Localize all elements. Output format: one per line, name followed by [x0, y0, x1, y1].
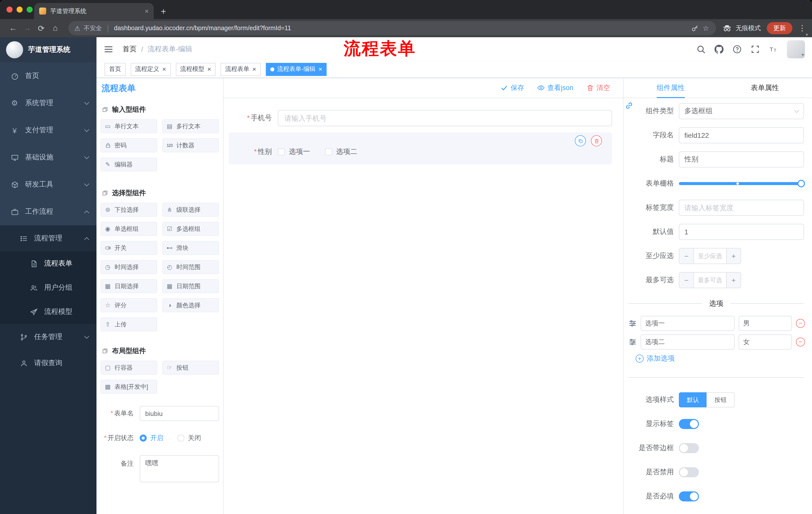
stepper-decrease-button[interactable]: −	[679, 248, 694, 264]
sidebar-item-process-form[interactable]: 流程表单	[0, 251, 96, 276]
component-chip-upload[interactable]: ⇧上传	[100, 317, 157, 331]
component-chip-radio-group[interactable]: ◉单选框组	[100, 222, 157, 236]
tag-close-icon[interactable]: ×	[252, 65, 256, 73]
component-chip-editor[interactable]: ✎编辑器	[100, 157, 157, 171]
sidebar-item-system[interactable]: ⚙ 系统管理	[0, 89, 96, 117]
border-toggle[interactable]	[679, 443, 699, 453]
sidebar-item-task-mgmt[interactable]: 任务管理	[0, 324, 96, 350]
component-chip-password[interactable]: 密码	[100, 138, 157, 153]
update-button[interactable]: 更新	[767, 22, 792, 34]
slider-handle[interactable]	[798, 180, 805, 187]
tag-close-icon[interactable]: ×	[162, 65, 166, 73]
component-chip-multiline[interactable]: ▤多行文本	[162, 119, 219, 133]
search-icon[interactable]	[696, 45, 705, 54]
sidebar-logo[interactable]: 芋道管理系统	[0, 37, 96, 62]
form-name-input[interactable]	[140, 406, 219, 421]
component-chip-button[interactable]: ☞按钮	[162, 360, 219, 375]
component-chip-table[interactable]: ▩表格[开发中]	[100, 380, 157, 394]
reload-button[interactable]: ⟳	[34, 23, 48, 33]
field-phone[interactable]: *手机号	[229, 110, 612, 126]
fullscreen-icon[interactable]	[751, 45, 760, 54]
component-chip-time-range[interactable]: ◴时间范围	[162, 260, 219, 274]
component-chip-row-container[interactable]: ▢行容器	[100, 360, 157, 375]
component-chip-checkbox-group[interactable]: ☑多选框组	[162, 222, 219, 236]
avatar[interactable]: ▾	[787, 40, 805, 58]
browser-menu-icon[interactable]: ⋮	[799, 24, 806, 33]
tab-close-icon[interactable]: ×	[145, 7, 149, 15]
disabled-toggle[interactable]	[679, 467, 699, 477]
forward-button[interactable]: →	[20, 24, 34, 33]
default-value-input[interactable]	[679, 224, 804, 240]
breadcrumb-home[interactable]: 首页	[123, 45, 137, 54]
help-icon[interactable]	[733, 45, 742, 54]
phone-input[interactable]	[278, 110, 612, 126]
tag-process-form[interactable]: 流程表单 ×	[221, 63, 261, 76]
sidebar-item-infra[interactable]: 基础设施	[0, 144, 96, 171]
font-size-icon[interactable]	[769, 45, 778, 54]
radio-open[interactable]: 开启	[140, 434, 163, 442]
minimize-window-button[interactable]	[17, 6, 23, 12]
add-option-button[interactable]: + 添加选项	[624, 351, 812, 366]
component-chip-counter[interactable]: 123计数器	[162, 138, 219, 153]
tag-process-form-edit[interactable]: 流程表单-编辑 ×	[266, 63, 327, 76]
tab-form-props[interactable]: 表单属性	[718, 78, 812, 98]
drag-handle-icon[interactable]	[629, 338, 637, 346]
hamburger-icon[interactable]	[104, 44, 114, 54]
tag-close-icon[interactable]: ×	[207, 65, 211, 73]
browser-tab[interactable]: 芋道管理系统 ×	[34, 3, 154, 19]
stepper-increase-button[interactable]: +	[726, 273, 741, 288]
field-name-input[interactable]	[679, 127, 804, 143]
form-grid-slider[interactable]	[679, 175, 804, 192]
checkbox-option-2[interactable]: 选项二	[325, 147, 357, 156]
show-label-toggle[interactable]	[679, 419, 699, 429]
address-bar[interactable]: ⚠ 不安全 | dashboard.yudao.iocoder.cn/bpm/m…	[68, 21, 716, 35]
zoom-window-button[interactable]	[27, 6, 33, 12]
option-value-input[interactable]	[738, 334, 792, 349]
github-icon[interactable]	[715, 45, 724, 54]
component-chip-slider[interactable]: ⊷滑块	[162, 241, 219, 255]
save-button[interactable]: 保存	[500, 83, 524, 92]
radio-closed[interactable]: 关闭	[177, 434, 201, 442]
component-chip-singleline[interactable]: ▭单行文本	[100, 119, 157, 133]
max-select-input[interactable]	[694, 273, 726, 288]
tab-component-props[interactable]: 组件属性	[624, 78, 718, 98]
sidebar-item-process-model[interactable]: 流程模型	[0, 300, 96, 324]
copy-item-button[interactable]	[575, 135, 586, 146]
sidebar-item-process-mgmt[interactable]: 流程管理	[0, 225, 96, 251]
component-chip-cascader[interactable]: ⋔级联选择	[162, 203, 219, 217]
sidebar-item-home[interactable]: 首页	[0, 62, 96, 89]
min-select-input[interactable]	[694, 248, 726, 264]
style-default-button[interactable]: 默认	[679, 392, 707, 407]
component-chip-switch[interactable]: 开关	[100, 241, 157, 255]
option-label-input[interactable]	[641, 334, 735, 349]
component-chip-rate[interactable]: ☆评分	[100, 298, 157, 312]
home-button[interactable]: ⌂	[48, 24, 62, 33]
style-button-button[interactable]: 按钮	[706, 392, 735, 407]
stepper-decrease-button[interactable]: −	[679, 273, 694, 288]
sidebar-item-devtool[interactable]: 研发工具	[0, 171, 96, 198]
delete-item-button[interactable]	[591, 135, 602, 146]
sidebar-item-leave-query[interactable]: 请假查询	[0, 350, 96, 376]
view-json-button[interactable]: 查看json	[537, 83, 573, 92]
drag-handle-icon[interactable]	[629, 319, 637, 327]
tag-process-model[interactable]: 流程模型 ×	[176, 63, 215, 76]
form-remark-textarea[interactable]: 嘿嘿	[140, 455, 219, 482]
back-button[interactable]: ←	[6, 24, 20, 33]
component-type-select[interactable]: 多选框组	[679, 103, 804, 119]
component-chip-time-picker[interactable]: ◷时间选择	[100, 260, 157, 274]
clear-button[interactable]: 清空	[586, 83, 610, 92]
link-icon[interactable]	[625, 101, 634, 110]
component-chip-color-picker[interactable]: ◑颜色选择	[162, 298, 219, 312]
required-toggle[interactable]	[679, 491, 699, 502]
label-width-input[interactable]	[679, 200, 804, 216]
password-key-icon[interactable]	[691, 24, 699, 32]
remove-option-button[interactable]: −	[796, 337, 805, 346]
close-window-button[interactable]	[6, 6, 12, 12]
sidebar-item-workflow[interactable]: 工作流程	[0, 198, 96, 225]
sidebar-item-user-group[interactable]: 用户分组	[0, 276, 96, 300]
remove-option-button[interactable]: −	[796, 319, 805, 328]
tag-close-icon[interactable]: ×	[319, 65, 322, 73]
profile-caret-icon[interactable]: ▾	[806, 32, 808, 37]
tag-process-definition[interactable]: 流程定义 ×	[130, 63, 171, 76]
sidebar-item-payment[interactable]: ¥ 支付管理	[0, 117, 96, 144]
